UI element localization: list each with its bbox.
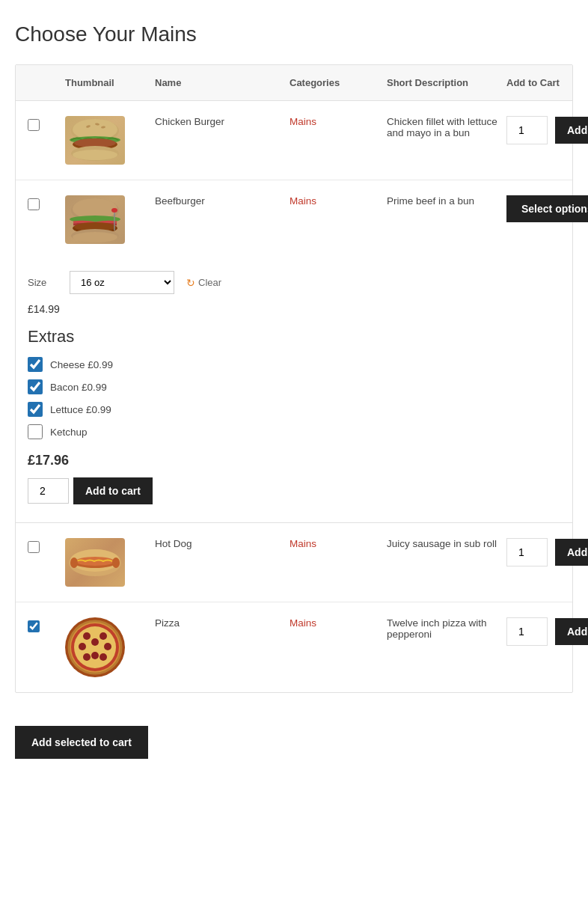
svg-point-32 [104,643,111,650]
col-name: Name [150,74,285,91]
base-price: £14.99 [28,303,560,315]
clear-button[interactable]: ↻ Clear [186,277,221,289]
hotdog-category: Mains [285,535,382,552]
pizza-category-link[interactable]: Mains [290,617,316,629]
row-checkbox-cell [23,113,61,134]
chicken-burger-qty[interactable] [506,116,548,144]
size-select[interactable]: 16 oz 8 oz 12 oz [70,271,174,294]
chicken-burger-description: Chicken fillet with lettuce and mayo in … [382,113,502,141]
extra-lettuce-label: Lettuce £0.99 [50,404,111,415]
chicken-burger-thumbnail [61,113,150,168]
pizza-checkbox[interactable] [28,620,40,632]
add-selected-to-cart-button[interactable]: Add selected to cart [15,726,148,759]
hotdog-name: Hot Dog [150,535,285,552]
hotdog-qty[interactable] [506,538,548,566]
extra-item-cheese: Cheese £0.99 [28,357,560,372]
svg-point-24 [112,558,120,568]
pizza-add-to-cart: Add to cart [502,614,588,649]
svg-point-16 [73,232,117,242]
row-checkbox-cell [23,192,61,213]
beefburger-select-options-button[interactable]: Select options [506,195,588,222]
svg-point-29 [99,632,107,640]
variation-panel: Size 16 oz 8 oz 12 oz ↻ Clear £14.99 Ext… [16,259,572,523]
products-table: Thumbnail Name Categories Short Descript… [15,64,573,693]
hotdog-image [65,538,125,587]
pizza-add-to-cart-button[interactable]: Add to cart [555,618,588,645]
beefburger-svg [66,197,124,243]
chicken-burger-category: Mains [285,113,382,130]
row-checkbox-cell [23,614,61,635]
variation-row: Size 16 oz 8 oz 12 oz ↻ Clear [28,271,560,294]
clear-label: Clear [198,277,221,288]
extra-ketchup-checkbox[interactable] [28,424,43,439]
extra-item-lettuce: Lettuce £0.99 [28,402,560,417]
chicken-burger-name: Chicken Burger [150,113,285,130]
table-row: Beefburger Mains Prime beef in a bun Sel… [16,180,572,259]
chicken-burger-svg [66,117,124,164]
svg-point-30 [91,638,99,646]
hotdog-svg [66,540,124,586]
svg-point-28 [83,632,91,640]
table-header: Thumbnail Name Categories Short Descript… [16,65,572,101]
extra-item-bacon: Bacon £0.99 [28,379,560,394]
svg-point-9 [73,150,117,160]
row-checkbox-cell [23,535,61,556]
beefburger-description: Prime beef in a bun [382,192,502,210]
svg-point-18 [111,208,117,213]
extra-bacon-label: Bacon £0.99 [50,382,107,393]
svg-point-31 [79,643,86,650]
hotdog-category-link[interactable]: Mains [290,538,316,549]
extras-title: Extras [28,327,560,346]
extra-lettuce-checkbox[interactable] [28,402,43,417]
hotdog-thumbnail [61,535,150,590]
col-checkbox [23,74,61,91]
hotdog-add-to-cart: Add to cart [502,535,588,569]
pizza-thumbnail [61,614,150,680]
chicken-burger-add-to-cart-button[interactable]: Add to cart [555,117,588,144]
beefburger-image [65,195,125,244]
beefburger-add-to-cart: Select options [502,192,588,225]
extra-cheese-checkbox[interactable] [28,357,43,372]
beefburger-category-link[interactable]: Mains [290,195,316,207]
beefburger-name: Beefburger [150,192,285,210]
pizza-category: Mains [285,614,382,632]
page-title: Choose Your Mains [15,22,573,46]
chicken-burger-image [65,116,125,165]
pizza-description: Twelve inch pizza with pepperoni [382,614,502,643]
svg-point-34 [99,653,107,661]
pizza-svg [66,618,124,676]
beefburger-add-to-cart-button[interactable]: Add to cart [73,477,153,504]
col-thumbnail: Thumbnail [61,74,150,91]
beefburger-qty[interactable] [28,478,69,504]
hotdog-checkbox[interactable] [28,541,40,553]
pizza-qty[interactable] [506,617,548,646]
table-row: Hot Dog Mains Juicy sausage in sub roll … [16,523,572,602]
pizza-name: Pizza [150,614,285,632]
svg-point-33 [83,653,91,661]
chicken-burger-checkbox[interactable] [28,119,40,131]
table-row: Pizza Mains Twelve inch pizza with peppe… [16,602,572,692]
beefburger-checkbox[interactable] [28,198,40,210]
bottom-add-row: Add to cart [28,477,560,504]
beefburger-category: Mains [285,192,382,210]
hotdog-add-to-cart-button[interactable]: Add to cart [555,539,588,566]
extra-item-ketchup: Ketchup [28,424,560,439]
svg-point-35 [91,652,99,659]
beefburger-thumbnail [61,192,150,247]
extra-ketchup-label: Ketchup [50,427,88,438]
svg-point-23 [70,558,78,568]
hotdog-description: Juicy sausage in sub roll [382,535,502,552]
extra-bacon-checkbox[interactable] [28,379,43,394]
table-row: Chicken Burger Mains Chicken fillet with… [16,101,572,180]
total-price: £17.96 [28,453,560,468]
size-label: Size [28,277,58,288]
chicken-burger-category-link[interactable]: Mains [290,116,316,127]
extra-cheese-label: Cheese £0.99 [50,359,113,370]
col-description: Short Description [382,74,502,91]
pizza-image [65,617,125,677]
chicken-burger-add-to-cart: Add to cart [502,113,588,147]
clear-icon: ↻ [186,277,195,289]
col-add-to-cart: Add to Cart [502,74,588,91]
col-categories: Categories [285,74,382,91]
